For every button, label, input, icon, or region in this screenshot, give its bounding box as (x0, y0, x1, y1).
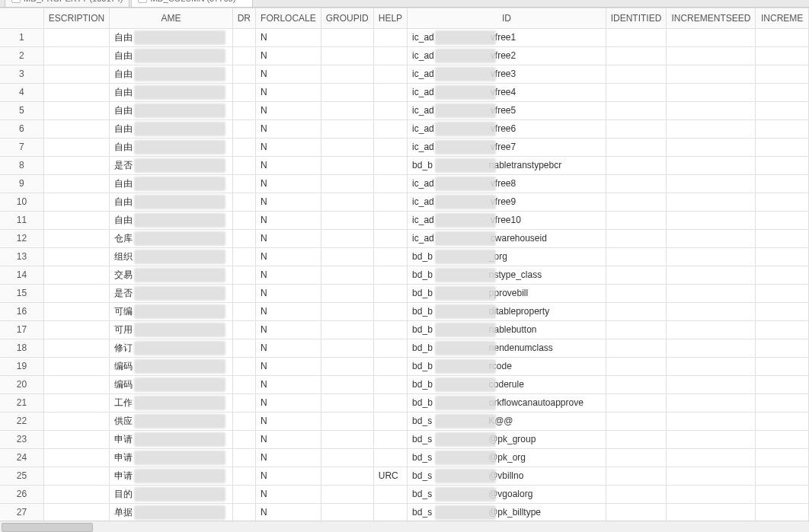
cell-dr[interactable] (233, 157, 256, 175)
cell-incrementseed[interactable] (667, 65, 756, 84)
cell-groupid[interactable] (321, 47, 374, 65)
cell-dr[interactable] (233, 358, 256, 376)
cell-groupid[interactable] (321, 449, 374, 467)
row-number-cell[interactable]: 11 (0, 212, 44, 230)
cell-name[interactable]: 供应 (110, 413, 233, 431)
table-row[interactable]: 17可用Nbd_bnablebutton (0, 321, 809, 339)
tab-md-column[interactable]: MD_COLUMN (37763) × (131, 0, 253, 7)
cell-description[interactable] (44, 193, 110, 212)
cell-dr[interactable] (233, 303, 256, 321)
table-row[interactable]: 11自由Nic_advfree10 (0, 212, 809, 230)
row-number-cell[interactable]: 12 (0, 230, 44, 248)
cell-name[interactable]: 可编 (110, 303, 233, 321)
cell-dr[interactable] (233, 504, 256, 521)
row-number-cell[interactable]: 17 (0, 321, 44, 339)
row-number-cell[interactable]: 22 (0, 413, 44, 431)
cell-groupid[interactable] (321, 285, 374, 303)
cell-incrementseed[interactable] (667, 266, 756, 285)
cell-description[interactable] (44, 394, 110, 413)
cell-forlocale[interactable]: N (256, 102, 321, 120)
column-header[interactable]: HELP (374, 8, 408, 29)
cell-help[interactable] (374, 266, 408, 285)
cell-description[interactable] (44, 84, 110, 102)
cell-help[interactable] (374, 102, 408, 120)
table-row[interactable]: 22供应Nbd_sK@@ (0, 413, 809, 431)
cell-increme[interactable] (756, 413, 809, 431)
cell-forlocale[interactable]: N (256, 175, 321, 193)
cell-groupid[interactable] (321, 431, 374, 449)
cell-identitied[interactable] (606, 504, 667, 521)
table-row[interactable]: 3自由Nic_advfree3 (0, 65, 809, 84)
table-row[interactable]: 5自由Nic_advfree5 (0, 102, 809, 120)
cell-identitied[interactable] (606, 175, 667, 193)
cell-description[interactable] (44, 47, 110, 65)
cell-incrementseed[interactable] (667, 285, 756, 303)
row-number-cell[interactable]: 20 (0, 376, 44, 394)
cell-description[interactable] (44, 212, 110, 230)
cell-groupid[interactable] (321, 193, 374, 212)
cell-identitied[interactable] (606, 358, 667, 376)
table-row[interactable]: 19编码Nbd_brcode (0, 358, 809, 376)
cell-id[interactable]: bd_s@vbillno (408, 467, 606, 486)
cell-name[interactable]: 组织 (110, 248, 233, 266)
cell-identitied[interactable] (606, 413, 667, 431)
cell-name[interactable]: 自由 (110, 175, 233, 193)
row-number-cell[interactable]: 25 (0, 467, 44, 486)
cell-identitied[interactable] (606, 102, 667, 120)
cell-incrementseed[interactable] (667, 84, 756, 102)
cell-increme[interactable] (756, 230, 809, 248)
cell-forlocale[interactable]: N (256, 449, 321, 467)
cell-forlocale[interactable]: N (256, 266, 321, 285)
row-number-cell[interactable]: 7 (0, 139, 44, 157)
cell-incrementseed[interactable] (667, 431, 756, 449)
cell-id[interactable]: bd_bpprovebill (408, 285, 606, 303)
table-row[interactable]: 21工作Nbd_borkflowcanautoapprove (0, 394, 809, 413)
cell-incrementseed[interactable] (667, 248, 756, 266)
cell-increme[interactable] (756, 486, 809, 504)
cell-help[interactable] (374, 504, 408, 521)
cell-id[interactable]: ic_advfree9 (408, 193, 606, 212)
cell-groupid[interactable] (321, 358, 374, 376)
table-row[interactable]: 1自由Nic_advfree1 (0, 29, 809, 47)
cell-incrementseed[interactable] (667, 394, 756, 413)
table-row[interactable]: 23申请Nbd_s@pk_group (0, 431, 809, 449)
cell-dr[interactable] (233, 285, 256, 303)
cell-groupid[interactable] (321, 394, 374, 413)
cell-id[interactable]: bd_bcoderule (408, 376, 606, 394)
row-number-cell[interactable]: 24 (0, 449, 44, 467)
cell-dr[interactable] (233, 266, 256, 285)
cell-description[interactable] (44, 139, 110, 157)
cell-id[interactable]: ic_adcwarehouseid (408, 230, 606, 248)
cell-increme[interactable] (756, 102, 809, 120)
cell-groupid[interactable] (321, 157, 374, 175)
cell-increme[interactable] (756, 248, 809, 266)
cell-identitied[interactable] (606, 193, 667, 212)
row-number-cell[interactable]: 19 (0, 358, 44, 376)
row-number-cell[interactable]: 23 (0, 431, 44, 449)
cell-id[interactable]: bd_s@vgoalorg (408, 486, 606, 504)
cell-id[interactable]: bd_s@pk_org (408, 449, 606, 467)
cell-forlocale[interactable]: N (256, 47, 321, 65)
table-row[interactable]: 16可编Nbd_bditableproperty (0, 303, 809, 321)
column-header[interactable]: FORLOCALE (256, 8, 321, 29)
cell-identitied[interactable] (606, 321, 667, 339)
column-header[interactable]: DR (233, 8, 256, 29)
row-number-cell[interactable]: 10 (0, 193, 44, 212)
cell-id[interactable]: bd_b_org (408, 248, 606, 266)
cell-description[interactable] (44, 102, 110, 120)
cell-increme[interactable] (756, 157, 809, 175)
cell-increme[interactable] (756, 285, 809, 303)
cell-id[interactable]: bd_bnabletranstypebcr (408, 157, 606, 175)
cell-incrementseed[interactable] (667, 157, 756, 175)
row-number-cell[interactable]: 3 (0, 65, 44, 84)
cell-forlocale[interactable]: N (256, 486, 321, 504)
cell-groupid[interactable] (321, 467, 374, 486)
cell-forlocale[interactable]: N (256, 84, 321, 102)
cell-increme[interactable] (756, 29, 809, 47)
cell-name[interactable]: 自由 (110, 29, 233, 47)
cell-incrementseed[interactable] (667, 230, 756, 248)
cell-increme[interactable] (756, 431, 809, 449)
cell-increme[interactable] (756, 376, 809, 394)
cell-forlocale[interactable]: N (256, 376, 321, 394)
row-number-cell[interactable]: 4 (0, 84, 44, 102)
